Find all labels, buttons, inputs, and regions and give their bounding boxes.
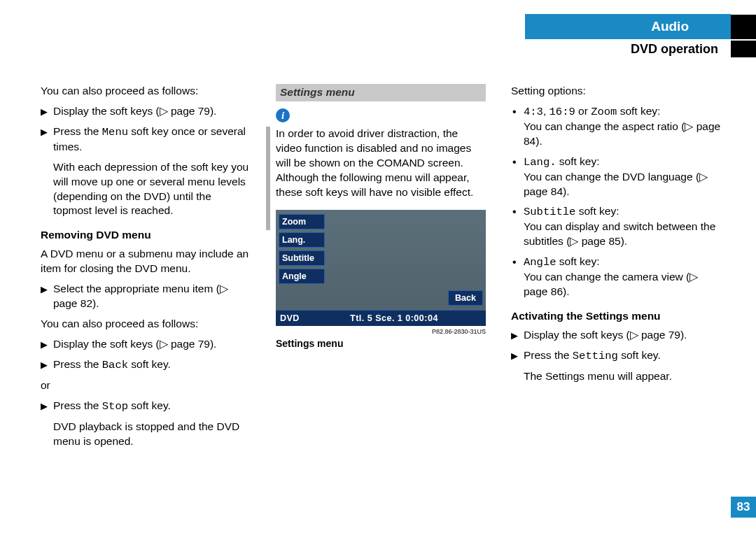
softkey-angle: Angle — [279, 269, 325, 284]
text: Setting options: — [511, 84, 721, 99]
play-icon: ▶ — [41, 126, 48, 138]
option-aspect-ratio: 4:3, 16:9 or Zoom soft key: You can chan… — [511, 104, 721, 149]
text: soft key: — [575, 205, 619, 217]
instruction-step: ▶ Display the soft keys (▷ page 79). — [41, 104, 251, 119]
play-icon: ▶ — [41, 400, 48, 413]
column-3: Setting options: 4:3, 16:9 or Zoom soft … — [511, 84, 721, 454]
softkey-zoom: Zoom — [279, 214, 325, 229]
step-text-pre: Press the — [524, 349, 573, 361]
play-icon: ▶ — [41, 359, 48, 371]
status-title-scene-time: Ttl. 5 Sce. 1 0:00:04 — [350, 311, 438, 326]
softkey-name: Angle — [524, 256, 556, 269]
option-angle: Angle soft key: You can change the camer… — [511, 255, 721, 299]
softkey-name: 16:9 — [550, 106, 575, 118]
step-text-pre: Press the — [53, 358, 102, 370]
status-mode: DVD — [280, 313, 300, 323]
content-columns: You can also proceed as follows: ▶ Displ… — [41, 84, 727, 454]
softkey-name: Subtitle — [524, 206, 575, 218]
softkey-name: Menu — [102, 126, 128, 138]
option-description: You can change the aspect ratio (▷ page … — [524, 120, 721, 149]
dvd-status-bar: DVD Ttl. 5 Sce. 1 0:00:04 — [276, 310, 486, 326]
info-text: In order to avoid driver distraction, th… — [276, 127, 486, 200]
instruction-step: ▶ Press the Back soft key. — [41, 357, 251, 373]
text: soft key: — [556, 255, 600, 267]
step-text: Display the soft keys (▷ page 79). — [53, 338, 216, 350]
softkey-name: Zoom — [591, 106, 617, 118]
instruction-step: ▶ Press the Menu soft key once or severa… — [41, 125, 251, 155]
play-icon: ▶ — [41, 339, 48, 351]
chapter-title: Audio — [525, 14, 731, 39]
instruction-step: ▶ Press the Stop soft key. — [41, 399, 251, 414]
info-stripe — [266, 127, 270, 230]
softkey-back: Back — [448, 290, 483, 306]
softkey-lang: Lang. — [279, 232, 325, 248]
sep: or — [575, 105, 591, 117]
chapter-tab-block — [731, 15, 756, 39]
section-tab-block — [731, 41, 756, 57]
option-language: Lang. soft key: You can change the DVD l… — [511, 155, 721, 199]
page-number: 83 — [731, 497, 756, 518]
instruction-step: ▶ Press the Setting soft key. — [511, 348, 721, 364]
option-subtitle: Subtitle soft key: You can display and s… — [511, 204, 721, 249]
step-text-pre: Press the — [53, 125, 102, 137]
step-text: Select the appropriate menu item (▷ page… — [53, 283, 228, 309]
softkey-name: Back — [102, 359, 128, 371]
instruction-step: ▶ Display the soft keys (▷ page 79). — [511, 328, 721, 343]
play-icon: ▶ — [41, 283, 48, 296]
column-1: You can also proceed as follows: ▶ Displ… — [41, 84, 251, 454]
instruction-step: ▶ Select the appropriate menu item (▷ pa… — [41, 282, 251, 311]
softkey-subtitle: Subtitle — [279, 250, 325, 266]
step-text: Display the soft keys (▷ page 79). — [524, 329, 687, 341]
step-text-post: soft key. — [128, 399, 171, 411]
softkey-name: 4:3 — [524, 106, 543, 118]
step-text: Display the soft keys (▷ page 79). — [53, 105, 216, 117]
heading-settings-menu: Settings menu — [276, 84, 486, 101]
text: soft key: — [556, 155, 600, 167]
step-text-post: soft key. — [128, 358, 171, 370]
play-icon: ▶ — [511, 329, 518, 342]
info-icon: i — [276, 108, 290, 122]
option-description: You can display and switch between the s… — [524, 220, 721, 249]
step-followon: DVD playback is stopped and the DVD menu… — [41, 420, 251, 449]
text: You can also proceed as follows: — [41, 317, 251, 332]
play-icon: ▶ — [41, 106, 48, 118]
info-note: i In order to avoid driver distraction, … — [276, 108, 486, 200]
column-2: Settings menu i In order to avoid driver… — [276, 84, 486, 454]
chapter-bar: Audio — [525, 14, 756, 39]
screenshot-id: P82.86-2830-31US — [276, 327, 486, 336]
heading-activating-settings-menu: Activating the Settings menu — [511, 309, 721, 324]
sep: , — [543, 105, 550, 117]
text: soft key: — [617, 105, 660, 117]
text-or: or — [41, 378, 251, 393]
instruction-step: ▶ Display the soft keys (▷ page 79). — [41, 337, 251, 352]
step-followon: With each depression of the soft key you… — [41, 160, 251, 219]
option-description: You can change the camera view (▷ page 8… — [524, 270, 721, 299]
step-text-post: soft key. — [618, 349, 661, 361]
softkey-name: Setting — [573, 350, 618, 362]
comand-screenshot: Zoom Lang. Subtitle Angle Back DVD Ttl. … — [276, 210, 486, 326]
text: A DVD menu or a submenu may include an i… — [41, 247, 251, 276]
screenshot-caption: Settings menu — [276, 337, 486, 350]
heading-removing-dvd-menu: Removing DVD menu — [41, 228, 251, 243]
section-bar: DVD operation — [631, 41, 756, 57]
play-icon: ▶ — [511, 350, 518, 362]
section-title: DVD operation — [631, 42, 731, 57]
text: You can also proceed as follows: — [41, 84, 251, 99]
softkey-name: Lang. — [524, 156, 556, 169]
step-followon: The Settings menu will appear. — [511, 369, 721, 384]
softkey-name: Stop — [102, 400, 128, 413]
step-text-pre: Press the — [53, 399, 102, 411]
option-description: You can change the DVD language (▷ page … — [524, 170, 721, 199]
manual-page: Audio DVD operation You can also proceed… — [0, 0, 756, 533]
